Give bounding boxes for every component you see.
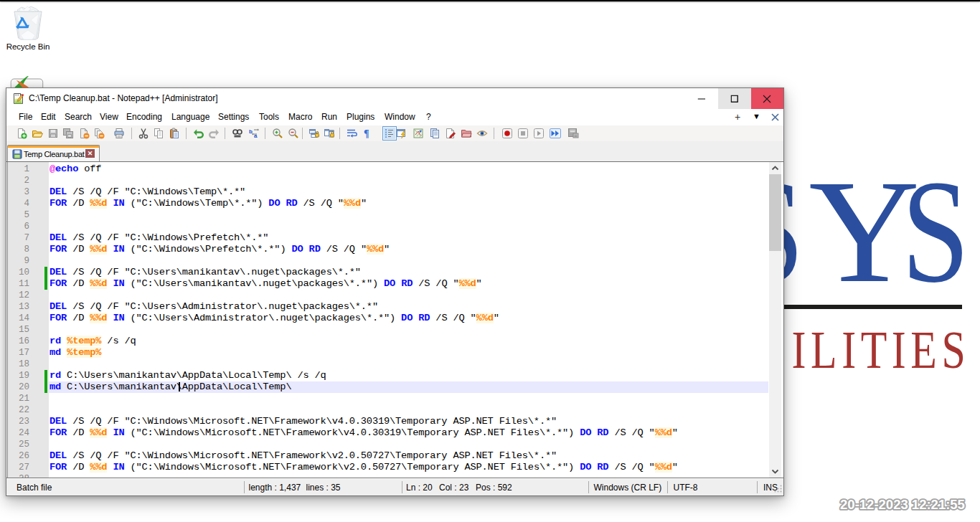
svg-text:20-12-2023 12:21:55: 20-12-2023 12:21:55 bbox=[840, 497, 965, 512]
svg-text:b: b bbox=[249, 128, 253, 135]
svg-text:¶: ¶ bbox=[364, 128, 369, 139]
svg-text:a: a bbox=[254, 133, 258, 139]
